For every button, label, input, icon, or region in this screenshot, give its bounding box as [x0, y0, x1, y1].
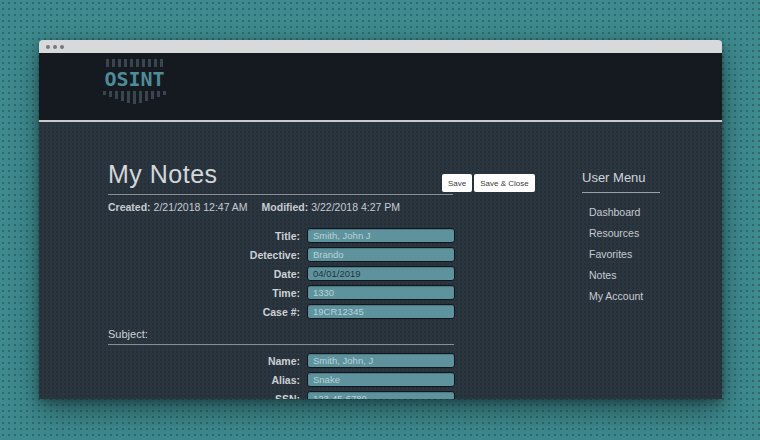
- title-field-label: Title:: [108, 230, 300, 242]
- subject-ssn-field-label: SSN:: [108, 393, 300, 400]
- user-menu-item-notes[interactable]: Notes: [589, 269, 697, 290]
- form-row-date: Date:: [108, 264, 455, 283]
- note-form: Title: Detective: Date: Time: Case #:: [108, 226, 455, 321]
- form-row-subject-alias: Alias:: [108, 370, 455, 389]
- title-input[interactable]: [307, 228, 455, 243]
- toolbar: Save Save & Close: [442, 174, 535, 192]
- logo-bar: [154, 59, 157, 67]
- subject-alias-field-label: Alias:: [108, 374, 300, 386]
- case-number-field-label: Case #:: [108, 306, 300, 318]
- subject-form: Name: Alias: SSN:: [108, 351, 455, 399]
- logo-bars-bottom-icon: [103, 91, 166, 104]
- logo-bar: [139, 91, 142, 103]
- logo-bar: [103, 91, 106, 95]
- subject-ssn-input[interactable]: [307, 391, 455, 399]
- user-menu: User Menu Dashboard Resources Favorites …: [582, 170, 697, 311]
- logo-bar: [127, 91, 130, 103]
- window-titlebar: [39, 40, 722, 53]
- user-menu-item-resources[interactable]: Resources: [589, 227, 697, 248]
- logo-text: OSINT: [104, 68, 164, 90]
- logo-bar: [157, 91, 160, 97]
- user-menu-item-dashboard[interactable]: Dashboard: [589, 206, 697, 227]
- page-title: My Notes: [108, 158, 453, 191]
- page-content: My Notes Save Save & Close Created:2/21/…: [39, 122, 722, 399]
- logo-bar: [112, 59, 115, 67]
- logo-bars-top-icon: [106, 59, 163, 67]
- window-control-dot[interactable]: [46, 45, 50, 49]
- subject-name-input[interactable]: [307, 353, 455, 368]
- form-row-detective: Detective:: [108, 245, 455, 264]
- user-menu-item-my-account[interactable]: My Account: [589, 290, 697, 311]
- logo-bar: [124, 59, 127, 67]
- form-row-case-number: Case #:: [108, 302, 455, 321]
- case-number-input[interactable]: [307, 304, 455, 319]
- logo-bar: [121, 91, 124, 101]
- date-field-label: Date:: [108, 268, 300, 280]
- logo-bar: [133, 91, 136, 104]
- logo-bar: [148, 59, 151, 67]
- form-row-time: Time:: [108, 283, 455, 302]
- logo-bar: [142, 59, 145, 67]
- detective-input[interactable]: [307, 247, 455, 262]
- window-control-dot[interactable]: [53, 45, 57, 49]
- osint-logo[interactable]: OSINT: [103, 53, 166, 104]
- logo-bar: [109, 91, 112, 97]
- app-header: OSINT: [39, 53, 722, 122]
- logo-bar: [163, 91, 166, 95]
- time-field-label: Time:: [108, 287, 300, 299]
- record-meta: Created:2/21/2018 12:47 AMModified:3/22/…: [108, 201, 400, 213]
- subject-alias-input[interactable]: [307, 372, 455, 387]
- detective-field-label: Detective:: [108, 249, 300, 261]
- subject-section-heading: Subject:: [108, 328, 454, 345]
- user-menu-list: Dashboard Resources Favorites Notes My A…: [582, 206, 697, 311]
- logo-bar: [145, 91, 148, 101]
- logo-bar: [106, 59, 109, 67]
- logo-bar: [115, 91, 118, 99]
- user-menu-item-favorites[interactable]: Favorites: [589, 248, 697, 269]
- time-input[interactable]: [307, 285, 455, 300]
- user-menu-heading: User Menu: [582, 170, 660, 193]
- modified-value: 3/22/2018 4:27 PM: [311, 201, 400, 213]
- modified-label: Modified:: [262, 201, 309, 213]
- subject-name-field-label: Name:: [108, 355, 300, 367]
- logo-bar: [136, 59, 139, 67]
- save-button[interactable]: Save: [442, 174, 472, 192]
- logo-bar: [160, 59, 163, 67]
- logo-bar: [151, 91, 154, 99]
- logo-bar: [130, 59, 133, 67]
- logo-bar: [118, 59, 121, 67]
- date-input[interactable]: [307, 266, 455, 281]
- desktop-background: { "window": { "control_dots": 3 }, "bran…: [0, 0, 760, 440]
- form-row-title: Title:: [108, 226, 455, 245]
- window-control-dot[interactable]: [60, 45, 64, 49]
- subject-heading-text: Subject:: [108, 328, 148, 340]
- form-row-subject-name: Name:: [108, 351, 455, 370]
- created-value: 2/21/2018 12:47 AM: [154, 201, 248, 213]
- save-close-button[interactable]: Save & Close: [474, 174, 534, 192]
- browser-window: OSINT My Notes Save Save & Close Created…: [39, 40, 722, 399]
- form-row-subject-ssn: SSN:: [108, 389, 455, 399]
- page-title-block: My Notes: [108, 158, 453, 195]
- created-label: Created:: [108, 201, 151, 213]
